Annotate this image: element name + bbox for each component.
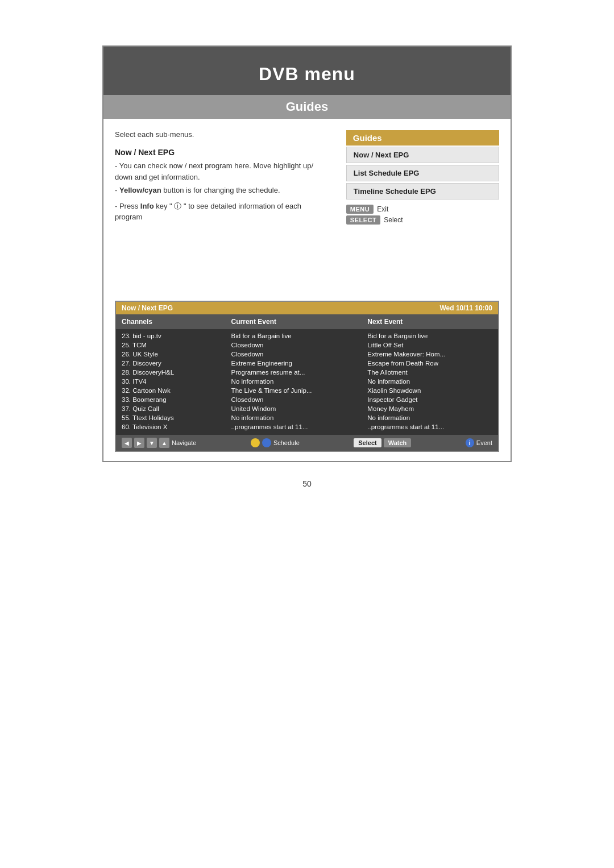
- right-column: Guides Now / Next EPG List Schedule EPG …: [346, 130, 499, 289]
- cell-channel: 60. Television X: [116, 423, 226, 431]
- select-key-btn: SELECT: [346, 215, 380, 225]
- cell-channel: 33. Boomerang: [116, 396, 226, 404]
- cell-next: Little Off Set: [362, 341, 498, 349]
- epg-row[interactable]: 33. Boomerang Closedown Inspector Gadget: [116, 395, 498, 404]
- select-watch-group: Select Watch: [354, 438, 411, 447]
- epg-row[interactable]: 25. TCM Closedown Little Off Set: [116, 340, 498, 350]
- nav-down-arrow[interactable]: ▼: [147, 438, 157, 448]
- epg-screen: Now / Next EPG Wed 10/11 10:00 Channels …: [115, 301, 499, 452]
- col-header-channels: Channels: [116, 317, 226, 327]
- menu-item-timeline-schedule[interactable]: Timeline Schedule EPG: [346, 183, 499, 200]
- key-row-menu: MENU Exit: [346, 205, 499, 214]
- left-column: Select each sub-menus. Now / Next EPG - …: [115, 130, 335, 289]
- menu-item-now-next-epg[interactable]: Now / Next EPG: [346, 147, 499, 163]
- cell-current: Programmes resume at...: [226, 368, 362, 376]
- epg-row[interactable]: 23. bid - up.tv Bid for a Bargain live B…: [116, 331, 498, 340]
- main-container: DVB menu Guides Select each sub-menus. N…: [102, 45, 512, 462]
- epg-row[interactable]: 60. Television X ..programmes start at 1…: [116, 422, 498, 431]
- epg-table-header: Channels Current Event Next Event: [116, 314, 498, 329]
- epg-row[interactable]: 37. Quiz Call United Windom Money Mayhem: [116, 404, 498, 413]
- desc-text-1: - You can check now / next program here.…: [115, 160, 329, 182]
- nav-up-arrow[interactable]: ▲: [159, 438, 169, 448]
- key-legend: MENU Exit SELECT Select: [346, 205, 499, 226]
- cell-current: Closedown: [226, 350, 362, 358]
- epg-table-body: 23. bid - up.tv Bid for a Bargain live B…: [116, 329, 498, 435]
- col-header-current: Current Event: [226, 317, 362, 327]
- epg-bottom-nav: ◀ ▶ ▼ ▲ Navigate Schedule Select Watch i: [116, 435, 498, 451]
- now-next-epg-title: Now / Next EPG: [115, 148, 329, 157]
- page-number: 50: [302, 462, 312, 500]
- epg-row[interactable]: 27. Discovery Extreme Engineering Escape…: [116, 359, 498, 368]
- event-group: i Event: [466, 438, 492, 447]
- cell-next: Bid for a Bargain live: [362, 332, 498, 340]
- menu-key-btn: MENU: [346, 205, 374, 214]
- cell-current: Closedown: [226, 396, 362, 404]
- schedule-label: Schedule: [273, 439, 300, 446]
- cell-channel: 26. UK Style: [116, 350, 226, 358]
- cell-current: Extreme Engineering: [226, 359, 362, 367]
- navigate-label: Navigate: [172, 439, 196, 446]
- dvb-header: DVB menu: [103, 47, 511, 95]
- dvb-title: DVB menu: [115, 64, 499, 85]
- event-label: Event: [476, 439, 492, 446]
- guides-panel: Guides: [346, 130, 499, 146]
- menu-item-list-schedule[interactable]: List Schedule EPG: [346, 165, 499, 181]
- page-wrapper: DVB menu Guides Select each sub-menus. N…: [0, 0, 614, 868]
- key-row-select: SELECT Select: [346, 215, 499, 225]
- cell-channel: 55. Ttext Holidays: [116, 414, 226, 422]
- select-submenus-text: Select each sub-menus.: [115, 130, 329, 139]
- epg-header-title: Now / Next EPG: [122, 304, 173, 312]
- epg-row[interactable]: 26. UK Style Closedown Extreme Makeover:…: [116, 350, 498, 359]
- cell-current: No information: [226, 377, 362, 385]
- cell-next: No information: [362, 377, 498, 385]
- cell-next: Extreme Makeover: Hom...: [362, 350, 498, 358]
- nav-right-arrow[interactable]: ▶: [134, 438, 144, 448]
- cell-channel: 28. DiscoveryH&L: [116, 368, 226, 376]
- cell-next: Escape from Death Row: [362, 359, 498, 367]
- cell-next: ..programmes start at 11...: [362, 423, 498, 431]
- content-area: Select each sub-menus. Now / Next EPG - …: [103, 119, 511, 301]
- info-btn[interactable]: i: [466, 438, 474, 447]
- info-text: - Press Info key " ⓘ " to see detailed i…: [115, 201, 329, 223]
- cell-current: Bid for a Bargain live: [226, 332, 362, 340]
- cell-next: Inspector Gadget: [362, 396, 498, 404]
- cell-channel: 32. Cartoon Nwk: [116, 387, 226, 394]
- cell-current: Closedown: [226, 341, 362, 349]
- cell-next: Xiaolin Showdown: [362, 387, 498, 394]
- epg-header-date: Wed 10/11 10:00: [439, 304, 492, 312]
- desc-text-2: - Yellow/cyan button is for changing the…: [115, 185, 329, 196]
- guides-subtitle-bar: Guides: [103, 95, 511, 119]
- nav-arrows-group: ◀ ▶ ▼ ▲ Navigate: [122, 438, 196, 448]
- epg-row[interactable]: 30. ITV4 No information No information: [116, 377, 498, 386]
- cell-channel: 30. ITV4: [116, 377, 226, 385]
- cell-next: The Allotment: [362, 368, 498, 376]
- epg-row[interactable]: 32. Cartoon Nwk The Live & Times of Juni…: [116, 386, 498, 395]
- schedule-group: Schedule: [251, 438, 300, 447]
- cell-channel: 23. bid - up.tv: [116, 332, 226, 340]
- col-header-next: Next Event: [362, 317, 498, 327]
- guides-panel-title: Guides: [353, 133, 382, 143]
- cell-next: No information: [362, 414, 498, 422]
- epg-row[interactable]: 55. Ttext Holidays No information No inf…: [116, 413, 498, 422]
- guides-bar-title: Guides: [103, 99, 511, 114]
- select-watch-select-btn[interactable]: Select: [354, 438, 381, 447]
- cell-current: No information: [226, 414, 362, 422]
- yellow-dot: [251, 438, 260, 447]
- epg-row[interactable]: 28. DiscoveryH&L Programmes resume at...…: [116, 368, 498, 377]
- cell-next: Money Mayhem: [362, 405, 498, 413]
- cell-channel: 25. TCM: [116, 341, 226, 349]
- select-key-label: Select: [384, 216, 403, 224]
- cell-current: ..programmes start at 11...: [226, 423, 362, 431]
- cell-channel: 37. Quiz Call: [116, 405, 226, 413]
- select-watch-watch-btn[interactable]: Watch: [384, 438, 412, 447]
- cell-current: The Live & Times of Junip...: [226, 387, 362, 394]
- blue-dot: [262, 438, 271, 447]
- cell-channel: 27. Discovery: [116, 359, 226, 367]
- nav-left-arrow[interactable]: ◀: [122, 438, 132, 448]
- cell-current: United Windom: [226, 405, 362, 413]
- menu-key-label: Exit: [377, 205, 388, 213]
- epg-header: Now / Next EPG Wed 10/11 10:00: [116, 302, 498, 314]
